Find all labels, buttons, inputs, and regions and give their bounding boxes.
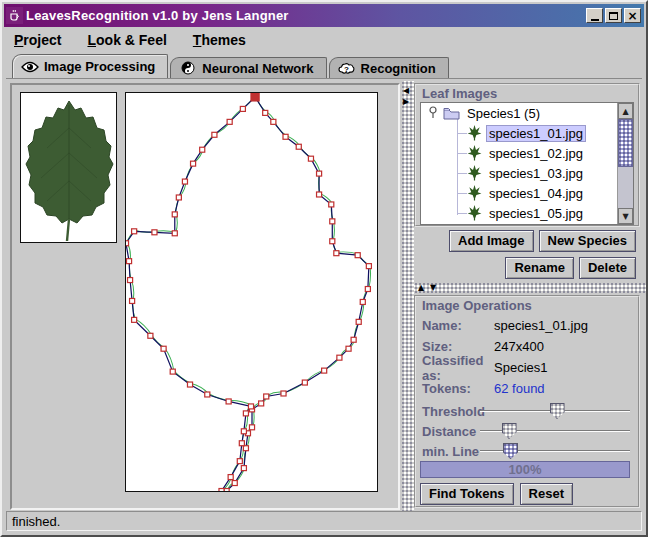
split-expand-down-icon[interactable]: ▼ bbox=[430, 283, 436, 293]
token-marker[interactable] bbox=[271, 119, 276, 124]
maximize-button[interactable] bbox=[605, 8, 622, 23]
slider[interactable] bbox=[480, 421, 630, 441]
minimize-button[interactable] bbox=[586, 8, 603, 23]
token-marker[interactable] bbox=[322, 368, 327, 373]
token-marker[interactable] bbox=[330, 219, 335, 224]
token-marker[interactable] bbox=[232, 481, 237, 486]
token-marker[interactable] bbox=[127, 259, 132, 264]
close-button[interactable]: × bbox=[624, 8, 641, 23]
new-species-button[interactable]: New Species bbox=[539, 230, 637, 252]
scroll-down-button[interactable]: ▼ bbox=[618, 208, 633, 224]
token-marker[interactable] bbox=[148, 333, 153, 338]
slider[interactable] bbox=[480, 441, 630, 461]
token-marker[interactable] bbox=[243, 446, 248, 451]
token-marker[interactable] bbox=[240, 106, 245, 111]
token-marker[interactable] bbox=[308, 156, 313, 161]
find-tokens-button[interactable]: Find Tokens bbox=[420, 483, 514, 505]
split-collapse-left-icon[interactable]: ◀ bbox=[403, 87, 409, 95]
token-marker[interactable] bbox=[172, 231, 177, 236]
token-marker[interactable] bbox=[241, 429, 246, 434]
token-marker[interactable] bbox=[302, 380, 307, 385]
token-marker[interactable] bbox=[329, 202, 334, 207]
tree-leaf-item[interactable]: species1_05.jpg bbox=[421, 203, 617, 223]
split-expand-right-icon[interactable]: ▶ bbox=[403, 98, 409, 106]
token-marker[interactable] bbox=[132, 317, 137, 322]
scroll-up-button[interactable]: ▲ bbox=[618, 103, 633, 119]
token-marker[interactable] bbox=[212, 132, 217, 137]
titlebar[interactable]: LeavesRecognition v1.0 by Jens Langner × bbox=[4, 4, 644, 27]
token-marker[interactable] bbox=[130, 298, 135, 303]
slider-thumb[interactable] bbox=[502, 423, 517, 439]
token-marker[interactable] bbox=[281, 391, 286, 396]
token-marker[interactable] bbox=[219, 489, 224, 491]
vertical-split-divider[interactable]: ◀ ▶ bbox=[402, 81, 414, 512]
slider-thumb[interactable] bbox=[550, 403, 565, 419]
token-marker[interactable] bbox=[191, 161, 196, 166]
token-marker[interactable] bbox=[126, 241, 129, 246]
token-marker[interactable] bbox=[259, 401, 264, 406]
split-collapse-up-icon[interactable]: ▲ bbox=[418, 283, 424, 293]
token-marker[interactable] bbox=[334, 251, 339, 256]
slider-thumb[interactable] bbox=[503, 443, 518, 459]
token-marker[interactable] bbox=[132, 229, 137, 234]
scrollbar-thumb[interactable] bbox=[618, 119, 633, 167]
token-marker[interactable] bbox=[182, 179, 187, 184]
tab-image-processing[interactable]: Image Processing bbox=[12, 54, 168, 78]
add-image-button[interactable]: Add Image bbox=[449, 230, 533, 252]
token-marker[interactable] bbox=[351, 337, 356, 342]
token-marker[interactable] bbox=[227, 119, 232, 124]
tree-scrollbar[interactable]: ▲ ▼ bbox=[617, 103, 633, 224]
token-marker[interactable] bbox=[366, 264, 371, 269]
tree-leaf-label: species1_01.jpg bbox=[486, 125, 586, 142]
token-marker[interactable] bbox=[176, 195, 181, 200]
slider-track[interactable] bbox=[480, 450, 630, 452]
token-marker[interactable] bbox=[337, 355, 342, 360]
token-marker[interactable] bbox=[330, 239, 335, 244]
token-marker[interactable] bbox=[263, 110, 268, 115]
token-marker[interactable] bbox=[224, 489, 229, 491]
token-marker[interactable] bbox=[172, 212, 177, 217]
token-marker[interactable] bbox=[241, 466, 246, 471]
token-marker[interactable] bbox=[226, 399, 231, 404]
token-marker[interactable] bbox=[128, 278, 133, 283]
token-marker[interactable] bbox=[170, 369, 175, 374]
delete-button[interactable]: Delete bbox=[579, 257, 636, 279]
tree-leaf-item[interactable]: species1_03.jpg bbox=[421, 163, 617, 183]
tree-node-root[interactable]: Species1 (5) bbox=[421, 103, 617, 123]
token-marker[interactable] bbox=[365, 287, 370, 292]
tree-leaf-item[interactable]: species1_01.jpg bbox=[421, 123, 617, 143]
token-marker[interactable] bbox=[346, 346, 351, 351]
menu-item-themes[interactable]: Themes bbox=[193, 32, 246, 48]
menu-item-project[interactable]: Project bbox=[14, 32, 61, 48]
token-marker[interactable] bbox=[317, 192, 322, 197]
rename-button[interactable]: Rename bbox=[505, 257, 574, 279]
token-marker[interactable] bbox=[249, 425, 254, 430]
reset-button[interactable]: Reset bbox=[520, 483, 573, 505]
token-marker-selected[interactable] bbox=[251, 93, 259, 101]
tree-leaf-item[interactable]: species1_02.jpg bbox=[421, 143, 617, 163]
token-marker[interactable] bbox=[187, 382, 192, 387]
tab-neuronal-network[interactable]: Neuronal Network bbox=[170, 57, 326, 78]
token-marker[interactable] bbox=[228, 475, 233, 480]
token-marker[interactable] bbox=[152, 230, 157, 235]
token-marker[interactable] bbox=[243, 411, 248, 416]
tree-expand-handle[interactable] bbox=[425, 106, 441, 120]
token-marker[interactable] bbox=[356, 319, 361, 324]
token-marker[interactable] bbox=[296, 144, 301, 149]
slider[interactable] bbox=[480, 401, 630, 421]
token-marker[interactable] bbox=[237, 459, 242, 464]
token-marker[interactable] bbox=[200, 147, 205, 152]
token-marker[interactable] bbox=[239, 441, 244, 446]
token-marker[interactable] bbox=[283, 134, 288, 139]
token-marker[interactable] bbox=[205, 392, 210, 397]
menu-item-look-feel[interactable]: Look & Feel bbox=[87, 32, 166, 48]
horizontal-split-divider[interactable]: ▲ ▼ bbox=[414, 283, 646, 293]
token-marker[interactable] bbox=[317, 171, 322, 176]
token-marker[interactable] bbox=[264, 394, 269, 399]
tree-leaf-item[interactable]: species1_04.jpg bbox=[421, 183, 617, 203]
token-marker[interactable] bbox=[161, 346, 166, 351]
token-marker[interactable] bbox=[248, 404, 253, 409]
token-marker[interactable] bbox=[355, 253, 360, 258]
token-marker[interactable] bbox=[360, 299, 365, 304]
tab-recognition[interactable]: ?Recognition bbox=[329, 57, 449, 78]
